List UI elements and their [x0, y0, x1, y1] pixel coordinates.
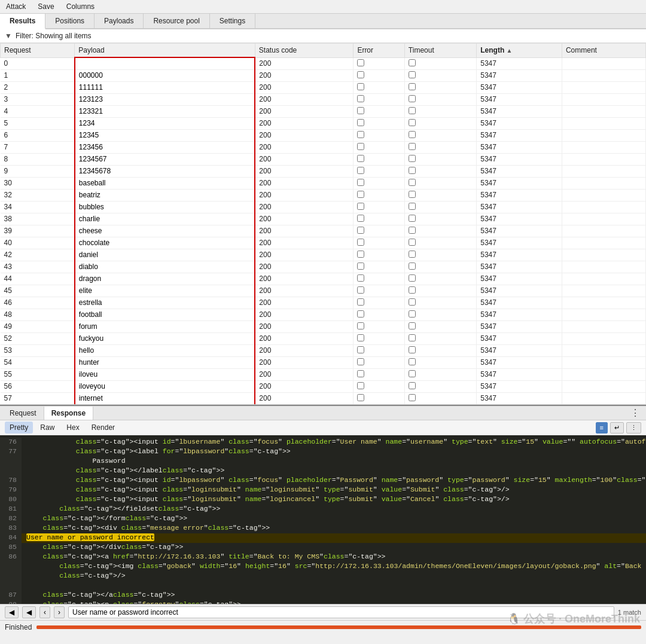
table-row[interactable]: 512342005347	[1, 117, 646, 129]
error-checkbox[interactable]	[357, 263, 364, 270]
error-checkbox[interactable]	[357, 143, 364, 150]
table-row[interactable]: 34bubbles2005347	[1, 201, 646, 213]
col-timeout[interactable]: Timeout	[404, 44, 476, 58]
table-row[interactable]: 812345672005347	[1, 153, 646, 165]
table-row[interactable]: 49forum2005347	[1, 321, 646, 332]
format-hex[interactable]: Hex	[62, 422, 84, 434]
col-error[interactable]: Error	[354, 44, 404, 58]
timeout-checkbox[interactable]	[409, 274, 416, 282]
error-checkbox[interactable]	[357, 346, 364, 353]
table-row[interactable]: 54hunter2005347	[1, 356, 646, 368]
table-row[interactable]: 48football2005347	[1, 309, 646, 321]
tab-settings[interactable]: Settings	[210, 14, 255, 28]
timeout-checkbox[interactable]	[409, 286, 416, 294]
format-pretty[interactable]: Pretty	[5, 422, 33, 434]
menu-save[interactable]: Save	[32, 1, 60, 12]
col-payload[interactable]: Payload	[75, 44, 255, 58]
menu-attack[interactable]: Attack	[0, 1, 32, 12]
timeout-checkbox[interactable]	[409, 215, 416, 222]
timeout-checkbox[interactable]	[409, 71, 416, 78]
table-row[interactable]: 30baseball2005347	[1, 177, 646, 189]
col-comment[interactable]: Comment	[562, 44, 645, 58]
forward-button[interactable]: ◀	[22, 606, 36, 618]
table-row[interactable]: 41233212005347	[1, 105, 646, 117]
table-row[interactable]: 53hello2005347	[1, 344, 646, 356]
timeout-checkbox[interactable]	[409, 310, 416, 318]
table-row[interactable]: 55iloveu2005347	[1, 368, 646, 380]
table-row[interactable]: 6123452005347	[1, 129, 646, 141]
timeout-checkbox[interactable]	[409, 155, 416, 162]
table-row[interactable]: 43diablo2005347	[1, 261, 646, 273]
timeout-checkbox[interactable]	[409, 119, 416, 126]
timeout-checkbox[interactable]	[409, 263, 416, 270]
table-row[interactable]: 02005347	[1, 57, 646, 69]
timeout-checkbox[interactable]	[409, 394, 416, 401]
timeout-checkbox[interactable]	[409, 191, 416, 198]
back-button[interactable]: ◀	[5, 606, 19, 618]
error-checkbox[interactable]	[357, 239, 364, 246]
timeout-checkbox[interactable]	[409, 239, 416, 246]
error-checkbox[interactable]	[357, 167, 364, 174]
error-checkbox[interactable]	[357, 227, 364, 234]
error-checkbox[interactable]	[357, 107, 364, 114]
error-checkbox[interactable]	[357, 59, 364, 66]
timeout-checkbox[interactable]	[409, 203, 416, 210]
error-checkbox[interactable]	[357, 251, 364, 258]
error-checkbox[interactable]	[357, 322, 364, 329]
col-status-code[interactable]: Status code	[255, 44, 354, 58]
timeout-checkbox[interactable]	[409, 167, 416, 174]
error-checkbox[interactable]	[357, 179, 364, 186]
tab-positions[interactable]: Positions	[45, 14, 95, 28]
table-row[interactable]: 40chocolate2005347	[1, 237, 646, 249]
table-row[interactable]: 39cheese2005347	[1, 225, 646, 237]
table-row[interactable]: 42daniel2005347	[1, 249, 646, 261]
table-row[interactable]: 71234562005347	[1, 141, 646, 153]
prev-match-button[interactable]: ‹	[39, 606, 50, 618]
error-checkbox[interactable]	[357, 131, 364, 138]
error-checkbox[interactable]	[357, 203, 364, 210]
error-checkbox[interactable]	[357, 71, 364, 78]
timeout-checkbox[interactable]	[409, 382, 416, 389]
error-checkbox[interactable]	[357, 358, 364, 365]
timeout-checkbox[interactable]	[409, 59, 416, 66]
error-checkbox[interactable]	[357, 119, 364, 126]
table-row[interactable]: 45elite2005347	[1, 285, 646, 297]
error-checkbox[interactable]	[357, 382, 364, 389]
menu-columns[interactable]: Columns	[60, 1, 100, 12]
panel-menu-icon[interactable]: ⋮	[627, 406, 644, 420]
error-checkbox[interactable]	[357, 155, 364, 162]
col-length[interactable]: Length ▲	[477, 44, 562, 58]
timeout-checkbox[interactable]	[409, 83, 416, 90]
tab-results[interactable]: Results	[0, 14, 45, 29]
timeout-checkbox[interactable]	[409, 322, 416, 329]
error-checkbox[interactable]	[357, 298, 364, 306]
timeout-checkbox[interactable]	[409, 358, 416, 365]
error-checkbox[interactable]	[357, 274, 364, 282]
error-checkbox[interactable]	[357, 394, 364, 401]
col-request[interactable]: Request	[1, 44, 75, 58]
table-row[interactable]: 56iloveyou2005347	[1, 380, 646, 392]
error-checkbox[interactable]	[357, 83, 364, 90]
table-row[interactable]: 9123456782005347	[1, 165, 646, 177]
timeout-checkbox[interactable]	[409, 298, 416, 306]
timeout-checkbox[interactable]	[409, 179, 416, 186]
timeout-checkbox[interactable]	[409, 131, 416, 138]
next-match-button[interactable]: ›	[54, 606, 65, 618]
results-table-container[interactable]: Request Payload Status code Error Timeou…	[0, 43, 646, 405]
timeout-checkbox[interactable]	[409, 334, 416, 341]
tab-response[interactable]: Response	[44, 407, 93, 420]
timeout-checkbox[interactable]	[409, 227, 416, 234]
timeout-checkbox[interactable]	[409, 95, 416, 102]
format-raw[interactable]: Raw	[35, 422, 59, 434]
error-checkbox[interactable]	[357, 334, 364, 341]
timeout-checkbox[interactable]	[409, 107, 416, 114]
error-checkbox[interactable]	[357, 286, 364, 294]
tab-request[interactable]: Request	[2, 407, 44, 420]
wrap-icon[interactable]: ≡	[596, 422, 608, 434]
table-row[interactable]: 57internet2005347	[1, 392, 646, 404]
table-row[interactable]: 46estrella2005347	[1, 297, 646, 309]
timeout-checkbox[interactable]	[409, 370, 416, 377]
table-row[interactable]: 52fuckyou2005347	[1, 332, 646, 344]
timeout-checkbox[interactable]	[409, 251, 416, 258]
error-checkbox[interactable]	[357, 310, 364, 318]
